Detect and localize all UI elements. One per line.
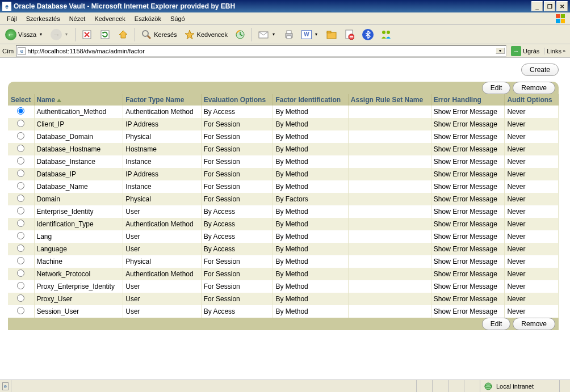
select-radio[interactable] [17, 107, 24, 115]
favorites-button[interactable]: Kedvencek [181, 27, 230, 42]
table-row: MachinePhysicalFor SessionBy MethodShow … [8, 255, 559, 268]
cell-name: Network_Protocol [34, 268, 123, 280]
forward-dropdown-icon[interactable]: ▾ [64, 32, 69, 37]
back-dropdown-icon[interactable]: ▾ [38, 32, 44, 37]
cell-ident: By Method [273, 106, 348, 118]
col-error-handling[interactable]: Error Handling [431, 94, 505, 106]
mail-icon [258, 29, 269, 40]
col-audit-options[interactable]: Audit Options [505, 94, 559, 106]
home-button[interactable] [115, 27, 132, 42]
cell-eval: For Session [201, 193, 273, 205]
col-factor-ident[interactable]: Factor Identification [273, 94, 348, 106]
cell-ruleset [348, 268, 431, 280]
bluetooth-button[interactable] [359, 27, 376, 42]
back-button[interactable]: ← Vissza ▾ [2, 27, 47, 42]
select-radio[interactable] [17, 294, 24, 302]
col-select[interactable]: Select [8, 94, 34, 106]
notes-button[interactable] [323, 27, 340, 42]
cell-eval: By Access [201, 230, 273, 243]
select-radio[interactable] [17, 269, 24, 277]
cell-ident: By Method [273, 268, 348, 280]
cell-ident: By Method [273, 243, 348, 255]
maximize-button[interactable]: ❐ [544, 1, 555, 11]
cell-ident: By Method [273, 155, 348, 168]
cell-ruleset [348, 168, 431, 180]
refresh-button[interactable] [97, 27, 114, 42]
table-row: Database_IPIP AddressFor SessionBy Metho… [8, 168, 559, 180]
select-radio[interactable] [17, 170, 24, 177]
svg-rect-14 [327, 32, 336, 39]
select-radio[interactable] [17, 207, 24, 214]
table-row: Proxy_Enterprise_IdentityUserFor Session… [8, 280, 559, 293]
cell-ident: By Method [273, 205, 348, 218]
messenger-button[interactable] [378, 27, 395, 42]
select-radio[interactable] [17, 157, 24, 165]
svg-rect-13 [287, 36, 291, 39]
close-button[interactable]: ✕ [556, 1, 568, 11]
select-radio[interactable] [17, 257, 24, 264]
cell-eval: For Session [201, 280, 273, 293]
url-input[interactable]: e http://localhost:1158/dva/mac/admin/fa… [16, 45, 506, 57]
select-radio[interactable] [17, 132, 24, 140]
cell-ruleset [348, 243, 431, 255]
history-button[interactable] [232, 27, 249, 42]
menu-file[interactable]: Fájl [2, 14, 22, 23]
cell-eval: For Session [201, 180, 273, 193]
cell-eval: For Session [201, 155, 273, 168]
cell-ident: By Method [273, 143, 348, 155]
create-button[interactable]: Create [521, 64, 559, 76]
cell-type: User [123, 243, 201, 255]
stop-button[interactable] [78, 27, 95, 42]
mail-button[interactable]: ▾ [255, 27, 279, 42]
forward-button[interactable]: → ▾ [48, 27, 72, 42]
col-factor-type[interactable]: Factor Type Name [123, 94, 201, 106]
cell-name: Lang [34, 230, 123, 243]
menu-edit[interactable]: Szerkesztés [22, 14, 65, 23]
cell-type: Authentication Method [123, 218, 201, 230]
menu-help[interactable]: Súgó [166, 14, 190, 23]
col-eval-options[interactable]: Evaluation Options [201, 94, 273, 106]
table-row: LangUserBy AccessBy MethodShow Error Mes… [8, 230, 559, 243]
links-toolbar[interactable]: Links » [544, 48, 568, 54]
cell-name: Enterprise_Identity [34, 205, 123, 218]
select-radio[interactable] [17, 182, 24, 189]
cell-ident: By Method [273, 168, 348, 180]
cell-audit: Never [505, 280, 559, 293]
select-radio[interactable] [17, 220, 24, 227]
cell-type: Physical [123, 255, 201, 268]
cell-ruleset [348, 106, 431, 118]
status-page-icon: e [2, 382, 9, 390]
search-button[interactable]: Keresés [138, 27, 179, 42]
cell-audit: Never [505, 118, 559, 130]
select-radio[interactable] [17, 145, 24, 152]
select-radio[interactable] [17, 282, 24, 289]
app-icon: e [2, 2, 11, 11]
cell-ruleset [348, 218, 431, 230]
print-button[interactable] [280, 27, 297, 42]
cell-error: Show Error Message [431, 230, 505, 243]
window-titlebar: e Oracle Database Vault - Microsoft Inte… [0, 0, 570, 12]
remove-button-top[interactable]: Remove [513, 82, 555, 94]
select-radio[interactable] [17, 245, 24, 252]
minimize-button[interactable]: _ [531, 1, 543, 11]
menu-tools[interactable]: Eszközök [130, 14, 166, 23]
menu-view[interactable]: Nézet [65, 14, 90, 23]
go-button[interactable]: → Ugrás [509, 46, 542, 56]
select-radio[interactable] [17, 120, 24, 127]
col-rule-set[interactable]: Assign Rule Set Name [348, 94, 431, 106]
table-row: Enterprise_IdentityUserBy AccessBy Metho… [8, 205, 559, 218]
remove-button-bottom[interactable]: Remove [513, 318, 555, 330]
edit-button-top[interactable]: Edit [482, 82, 511, 94]
select-radio[interactable] [17, 307, 24, 314]
col-name[interactable]: Name [34, 94, 123, 106]
svg-point-6 [142, 31, 148, 36]
menu-favorites[interactable]: Kedvencek [90, 14, 129, 23]
cell-name: Client_IP [34, 118, 123, 130]
edit-in-word-button[interactable]: W▾ [299, 27, 322, 42]
block-button[interactable] [341, 27, 358, 42]
cell-audit: Never [505, 168, 559, 180]
select-radio[interactable] [17, 232, 24, 239]
select-radio[interactable] [17, 195, 24, 202]
url-dropdown-icon[interactable]: ▾ [496, 48, 505, 54]
edit-button-bottom[interactable]: Edit [482, 318, 511, 330]
